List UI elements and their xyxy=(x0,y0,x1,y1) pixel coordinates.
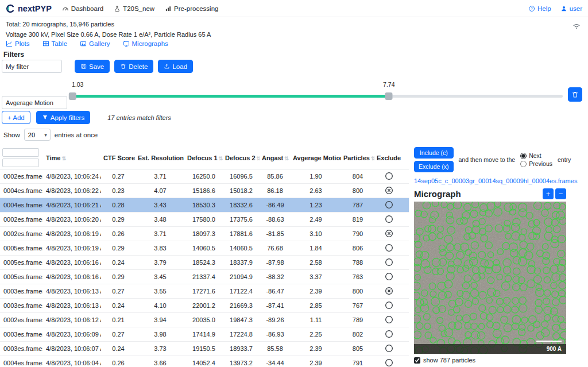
table-row[interactable]: 0004es.frames 4/8/2023, 10:06:22 AM 0.23… xyxy=(0,184,409,198)
exclude-toggle[interactable] xyxy=(385,330,393,338)
tab-micrographs[interactable]: Micrographs xyxy=(123,40,168,47)
tab-plots-label: Plots xyxy=(15,40,30,47)
next-radio[interactable] xyxy=(520,153,527,159)
exclude-toggle[interactable] xyxy=(385,272,393,281)
micrograph-header: Micrograph + − xyxy=(414,188,566,199)
exclude-toggle[interactable] xyxy=(385,358,393,367)
column-filter-input-2[interactable] xyxy=(2,159,39,167)
table-row[interactable]: 0003es.frames 4/8/2023, 10:06:07 AM 0.24… xyxy=(0,342,409,356)
nav-block-preprocessing[interactable]: Pre-processing xyxy=(165,5,218,12)
row-average-motion: 2.58 xyxy=(291,259,341,266)
table-row[interactable]: 0003es.frames 4/8/2023, 10:06:13 AM 0.24… xyxy=(0,299,409,313)
table-row[interactable]: 0002es.frames 4/8/2023, 10:06:12 AM 0.21… xyxy=(0,313,409,327)
micrograph-filename-link[interactable]: 14sep05c_c_00003gr_00014sq_00009hl_00004… xyxy=(414,177,583,184)
user-menu[interactable]: user xyxy=(560,5,582,12)
exclude-button[interactable]: Exclude (x) xyxy=(414,161,454,172)
next-radio-option[interactable]: Next xyxy=(520,152,552,159)
exclude-toggle[interactable] xyxy=(385,172,393,180)
remove-filter-rule-button[interactable] xyxy=(568,87,582,102)
row-name: 0002es.frames xyxy=(0,173,42,180)
trash-icon xyxy=(571,91,579,98)
include-button[interactable]: Include (c) xyxy=(414,147,454,159)
column-filter-input-1[interactable] xyxy=(2,148,39,157)
row-name: 0002es.frames xyxy=(0,316,42,323)
table-row[interactable]: 0002es.frames 4/8/2023, 10:06:24 AM 0.27… xyxy=(0,169,409,184)
previous-radio[interactable] xyxy=(520,161,527,167)
exclude-toggle[interactable] xyxy=(385,186,393,195)
header-angast[interactable]: Angast⇅ xyxy=(260,154,291,161)
save-filter-button[interactable]: Save xyxy=(75,60,110,73)
row-time: 4/8/2023, 10:06:21 AM xyxy=(42,202,101,208)
pager-suffix-label: entries at once xyxy=(55,132,98,138)
row-ctf-score: 0.24 xyxy=(101,345,136,352)
help-link[interactable]: ? Help xyxy=(528,5,551,12)
header-particles[interactable]: Particles⇅ xyxy=(341,154,374,161)
table-row[interactable]: 0003es.frames 4/8/2023, 10:06:09 AM 0.27… xyxy=(0,327,409,342)
row-time: 4/8/2023, 10:06:16 AM xyxy=(42,273,101,280)
exclude-toggle[interactable] xyxy=(385,200,393,209)
exclude-toggle[interactable] xyxy=(385,229,393,238)
row-ctf-score: 0.27 xyxy=(101,288,136,295)
table-row[interactable]: 0005es.frames 4/8/2023, 10:06:16 AM 0.24… xyxy=(0,256,409,270)
header-defocus-1[interactable]: Defocus 1⇅ xyxy=(185,154,223,161)
show-particles-checkbox[interactable] xyxy=(414,357,420,364)
stream-status-icon[interactable] xyxy=(572,21,581,30)
table-row[interactable]: 0002es.frames 4/8/2023, 10:06:19 AM 0.26… xyxy=(0,227,409,241)
slider-handle-max[interactable] xyxy=(385,92,393,100)
exclude-toggle[interactable] xyxy=(385,287,393,295)
row-name: 0005es.frames xyxy=(0,259,42,266)
page-size-select[interactable]: 20 xyxy=(24,129,51,141)
brand[interactable]: nextPYP xyxy=(6,4,52,13)
table-row[interactable]: 0004es.frames 4/8/2023, 10:06:21 AM 0.28… xyxy=(0,198,409,213)
move-text: and then move to the xyxy=(459,156,516,163)
header-defocus-2[interactable]: Defocus 2⇅ xyxy=(223,154,260,161)
exclude-toggle[interactable] xyxy=(385,258,393,266)
filter-rule-row: Avgerage Motion 1.03 7.74 xyxy=(0,80,588,107)
exclude-toggle[interactable] xyxy=(385,301,393,310)
tab-micrographs-label: Micrographs xyxy=(132,40,168,47)
tab-table[interactable]: Table xyxy=(42,40,68,47)
brand-text: nextPYP xyxy=(18,4,52,13)
header-average-motion[interactable]: Avgerage Motion⇅ xyxy=(291,154,341,161)
show-particles-toggle[interactable]: show 787 particles xyxy=(414,357,583,364)
exclude-toggle[interactable] xyxy=(385,344,393,353)
table-row[interactable]: 0004es.frames 4/8/2023, 10:06:04 AM 0.26… xyxy=(0,356,409,367)
scale-bar: 900 A xyxy=(414,344,566,354)
row-est-resolution: 4.10 xyxy=(136,302,185,309)
slider-handle-min[interactable] xyxy=(69,92,76,100)
table-row[interactable]: 0005es.frames 4/8/2023, 10:06:19 AM 0.29… xyxy=(0,241,409,256)
filter-name-input[interactable] xyxy=(2,60,62,73)
table-row[interactable]: 0002es.frames 4/8/2023, 10:06:20 AM 0.29… xyxy=(0,213,409,227)
row-name: 0003es.frames xyxy=(0,302,42,309)
nav-dashboard-label: Dashboard xyxy=(71,5,103,12)
exclude-toggle[interactable] xyxy=(385,215,393,223)
table-row[interactable]: 0003es.frames 4/8/2023, 10:06:13 AM 0.27… xyxy=(0,284,409,299)
load-filter-button[interactable]: Load xyxy=(158,60,193,73)
zoom-out-button[interactable]: − xyxy=(555,188,566,199)
row-defocus-1: 15186.6 xyxy=(185,187,223,194)
nav-project[interactable]: T20S_new xyxy=(114,5,154,12)
tab-plots[interactable]: Plots xyxy=(6,40,30,47)
row-particles: 763 xyxy=(341,273,374,280)
header-est-resolution[interactable]: Est. Resolution⇅ xyxy=(136,154,185,161)
zoom-in-button[interactable]: + xyxy=(543,188,554,199)
row-angast: -86.93 xyxy=(260,331,291,338)
micrograph-image[interactable]: 900 A xyxy=(414,202,566,354)
header-ctf-score[interactable]: CTF Score⇅ xyxy=(101,154,136,161)
metric-select[interactable]: Avgerage Motion xyxy=(2,96,67,109)
apply-filters-button[interactable]: Apply filters xyxy=(36,111,90,124)
person-icon xyxy=(560,5,567,12)
table-row[interactable]: 0005es.frames 4/8/2023, 10:06:16 AM 0.29… xyxy=(0,270,409,284)
micrograph-title: Micrograph xyxy=(414,189,461,199)
nav-dashboard[interactable]: Dashboard xyxy=(62,5,103,12)
header-time[interactable]: Time⇅ xyxy=(42,154,101,161)
previous-radio-option[interactable]: Previous xyxy=(520,160,552,167)
add-filter-rule-button[interactable]: + Add xyxy=(2,111,30,124)
name-column-header xyxy=(0,147,42,168)
exclude-toggle[interactable] xyxy=(385,315,393,324)
exclude-toggle[interactable] xyxy=(385,244,393,252)
delete-filter-button[interactable]: Delete xyxy=(114,60,153,73)
row-defocus-2: 15018.2 xyxy=(223,187,260,194)
summary-block: Total: 20 micrographs, 15,946 particles … xyxy=(6,21,211,38)
tab-gallery[interactable]: Gallery xyxy=(80,40,110,47)
